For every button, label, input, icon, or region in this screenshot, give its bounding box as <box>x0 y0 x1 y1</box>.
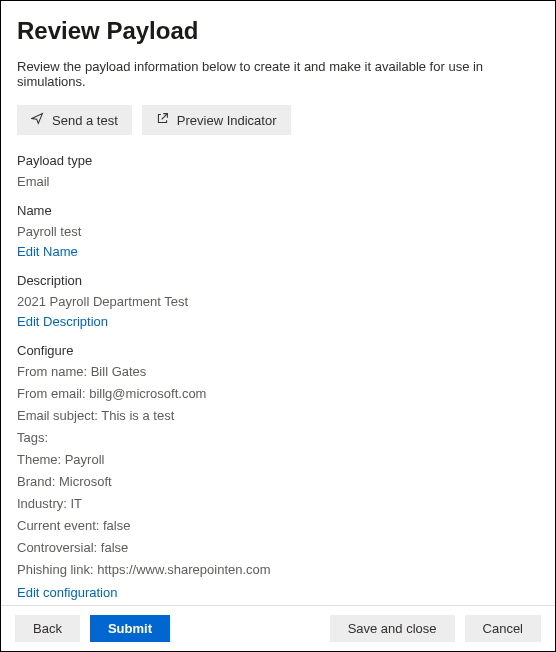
config-theme: Theme: Payroll <box>17 452 539 467</box>
send-test-label: Send a test <box>52 113 118 128</box>
description-label: Description <box>17 273 539 288</box>
payload-type-label: Payload type <box>17 153 539 168</box>
name-label: Name <box>17 203 539 218</box>
payload-type-section: Payload type Email <box>17 153 539 189</box>
config-tags: Tags: <box>17 430 539 445</box>
submit-button[interactable]: Submit <box>90 615 170 642</box>
back-button[interactable]: Back <box>15 615 80 642</box>
preview-indicator-button[interactable]: Preview Indicator <box>142 105 291 135</box>
page-description: Review the payload information below to … <box>17 59 539 89</box>
config-from-email: From email: billg@microsoft.com <box>17 386 539 401</box>
config-current-event: Current event: false <box>17 518 539 533</box>
configure-label: Configure <box>17 343 539 358</box>
footer-left: Back Submit <box>15 615 170 642</box>
config-brand: Brand: Microsoft <box>17 474 539 489</box>
description-value: 2021 Payroll Department Test <box>17 294 539 309</box>
page-title: Review Payload <box>17 17 539 45</box>
footer-right: Save and close Cancel <box>330 615 541 642</box>
config-industry: Industry: IT <box>17 496 539 511</box>
send-icon <box>31 112 44 128</box>
name-section: Name Payroll test Edit Name <box>17 203 539 259</box>
action-row: Send a test Preview Indicator <box>17 105 539 135</box>
cancel-button[interactable]: Cancel <box>465 615 541 642</box>
send-test-button[interactable]: Send a test <box>17 105 132 135</box>
save-and-close-button[interactable]: Save and close <box>330 615 455 642</box>
config-email-subject: Email subject: This is a test <box>17 408 539 423</box>
edit-configuration-link[interactable]: Edit configuration <box>17 585 117 600</box>
footer: Back Submit Save and close Cancel <box>1 605 555 651</box>
edit-name-link[interactable]: Edit Name <box>17 244 78 259</box>
config-from-name: From name: Bill Gates <box>17 364 539 379</box>
config-phishing-link: Phishing link: https://www.sharepointen.… <box>17 562 539 577</box>
preview-indicator-label: Preview Indicator <box>177 113 277 128</box>
name-value: Payroll test <box>17 224 539 239</box>
payload-type-value: Email <box>17 174 539 189</box>
external-link-icon <box>156 112 169 128</box>
config-controversial: Controversial: false <box>17 540 539 555</box>
edit-description-link[interactable]: Edit Description <box>17 314 108 329</box>
configure-list: From name: Bill Gates From email: billg@… <box>17 364 539 577</box>
description-section: Description 2021 Payroll Department Test… <box>17 273 539 329</box>
configure-section: Configure From name: Bill Gates From ema… <box>17 343 539 600</box>
